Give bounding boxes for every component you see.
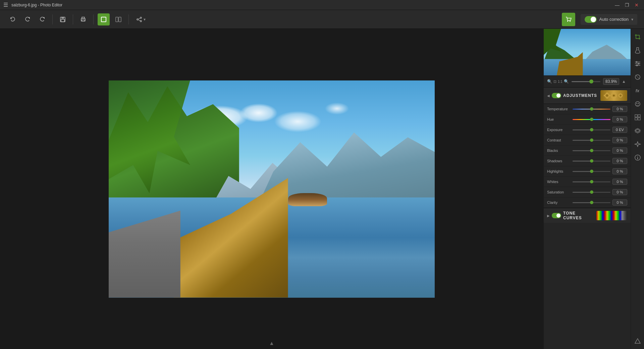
exposure-slider[interactable] (573, 129, 610, 130)
whites-value[interactable]: 0 % (612, 179, 627, 185)
sliders-icon[interactable] (633, 59, 642, 68)
clarity-thumb[interactable] (590, 201, 593, 204)
svg-rect-40 (635, 118, 637, 120)
svg-point-14 (567, 21, 568, 22)
hue-thumb[interactable] (590, 118, 593, 121)
save-button[interactable] (57, 13, 69, 25)
adjustments-section-header[interactable]: ◀ ADJUSTMENTS (544, 88, 631, 104)
svg-rect-2 (61, 19, 64, 22)
exposure-value[interactable]: 0 EV (612, 127, 627, 133)
svg-point-11 (137, 19, 138, 20)
zoom-value[interactable]: 83.9% (603, 78, 619, 85)
exposure-thumb[interactable] (590, 128, 593, 131)
crop-icon[interactable] (633, 32, 642, 42)
delta-icon[interactable] (633, 336, 642, 346)
clarity-row: Clarity 0 % (544, 197, 631, 208)
face-retouch-icon[interactable] (633, 99, 642, 109)
info-icon[interactable] (633, 153, 642, 162)
saturation-value[interactable]: 0 % (612, 189, 627, 195)
maximize-button[interactable]: ❐ (623, 2, 631, 8)
highlights-value[interactable]: 0 % (612, 168, 627, 174)
view-split-button[interactable] (112, 13, 124, 25)
tone-curves-header[interactable]: ▶ TONE CURVES (544, 208, 631, 223)
svg-rect-38 (635, 115, 637, 117)
blacks-value[interactable]: 0 % (612, 148, 627, 154)
temperature-slider[interactable] (573, 109, 610, 110)
bottom-arrow[interactable]: ▲ (269, 340, 274, 346)
share-button[interactable]: ▾ (133, 14, 149, 24)
thumb-water (544, 59, 631, 75)
tone-curves-pencils-icon (596, 211, 628, 220)
zoom-slider[interactable] (572, 81, 600, 82)
contrast-thumb[interactable] (590, 138, 593, 142)
print-button[interactable] (77, 13, 89, 25)
minimize-button[interactable]: — (613, 2, 622, 8)
highlights-thumb[interactable] (590, 170, 593, 173)
tone-curves-toggle[interactable] (552, 213, 561, 218)
temperature-value[interactable]: 0 % (612, 106, 627, 112)
adjustments-toggle[interactable] (552, 93, 561, 98)
zoom-slider-thumb[interactable] (589, 79, 593, 83)
flask-icon[interactable] (633, 46, 642, 55)
svg-rect-7 (116, 17, 118, 22)
view-single-button[interactable] (98, 13, 110, 25)
close-button[interactable]: ✕ (633, 2, 641, 8)
zoom-100-icon[interactable]: 1:1 (558, 80, 562, 83)
exposure-fill (573, 129, 592, 130)
saturation-label: Saturation (547, 190, 571, 194)
svg-rect-4 (82, 17, 85, 18)
svg-line-12 (138, 18, 140, 19)
grid-icon[interactable] (633, 113, 642, 122)
shadows-row: Shadows 0 % (544, 156, 631, 166)
saturation-thumb[interactable] (590, 190, 593, 194)
temperature-row: Temperature 0 % (544, 104, 631, 114)
blacks-row: Blacks 0 % (544, 146, 631, 156)
canvas-area[interactable]: ▲ (0, 29, 543, 349)
svg-point-31 (638, 63, 639, 65)
shadows-value[interactable]: 0 % (612, 158, 627, 164)
magic-icon[interactable] (633, 139, 642, 149)
saturation-slider[interactable] (573, 192, 610, 193)
whites-thumb[interactable] (590, 180, 593, 183)
redo-button[interactable] (36, 13, 48, 25)
auto-correction-toggle[interactable] (585, 16, 597, 23)
clarity-slider[interactable] (573, 202, 610, 203)
zoom-fit-icon[interactable]: ⊡ (553, 79, 556, 84)
highlights-slider[interactable] (573, 171, 610, 172)
svg-rect-24 (604, 95, 605, 97)
clarity-label: Clarity (547, 200, 571, 205)
fx-icon[interactable]: fx (633, 86, 642, 95)
cart-button[interactable] (562, 13, 575, 26)
shadows-thumb[interactable] (590, 159, 593, 163)
svg-point-32 (636, 65, 638, 66)
svg-point-9 (140, 17, 142, 18)
app-menu-icon[interactable]: ☰ (3, 2, 8, 8)
contrast-slider[interactable] (573, 140, 610, 141)
temperature-thumb[interactable] (590, 107, 593, 111)
tone-curves-expand[interactable]: ▶ (547, 214, 550, 218)
hue-value[interactable]: 0 % (612, 116, 627, 122)
panel-collapse-button[interactable]: ▲ (621, 78, 627, 85)
undo-button[interactable] (7, 13, 19, 25)
auto-correction-button[interactable]: Auto correction ▾ (581, 14, 637, 25)
zoom-in-icon[interactable]: 🔍 (564, 79, 569, 84)
svg-rect-6 (101, 17, 106, 22)
shapes-icon[interactable] (633, 72, 642, 82)
hue-slider[interactable] (573, 119, 610, 120)
tone-curves-title: TONE CURVES (563, 211, 594, 220)
contrast-value[interactable]: 0 % (612, 137, 627, 143)
clarity-value[interactable]: 0 % (612, 199, 627, 206)
layers-icon[interactable] (633, 126, 642, 135)
right-icons-panel: fx (631, 29, 644, 349)
hue-label: Hue (547, 117, 571, 121)
blacks-thumb[interactable] (590, 149, 593, 152)
shadows-slider[interactable] (573, 161, 610, 162)
window-controls: — ❐ ✕ (613, 2, 641, 8)
exposure-row: Exposure 0 EV (544, 125, 631, 135)
svg-point-44 (637, 156, 638, 157)
undo2-button[interactable] (21, 13, 34, 25)
zoom-out-icon[interactable]: 🔍 (547, 79, 552, 84)
contrast-label: Contrast (547, 138, 571, 142)
blacks-slider[interactable] (573, 150, 610, 151)
whites-slider[interactable] (573, 181, 610, 182)
